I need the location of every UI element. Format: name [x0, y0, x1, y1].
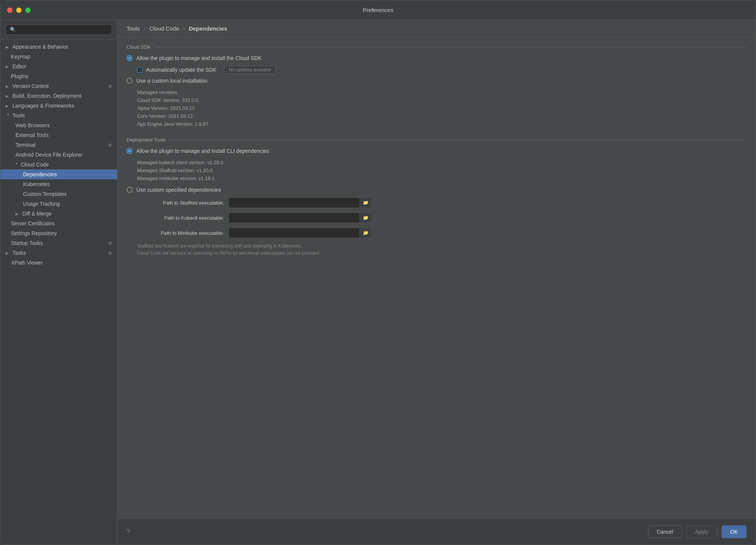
- sidebar-item-cloud-code[interactable]: ▾ Cloud Code: [0, 160, 117, 169]
- preferences-window: Preferences ▶ Appearance & Behavior Keym…: [0, 0, 756, 545]
- breadcrumb-cloud-code: Cloud Code: [149, 25, 179, 32]
- sidebar-item-editor[interactable]: ▶ Editor: [0, 62, 117, 71]
- breadcrumb-tools: Tools: [127, 25, 140, 32]
- path-minikube-label: Path to Minikube executable:: [137, 230, 224, 236]
- core-version: Core Version: 2021.03.12: [137, 112, 747, 120]
- sidebar-item-label: Android Device File Explorer: [15, 152, 82, 158]
- sidebar-item-label: External Tools: [15, 132, 49, 138]
- managed-skaffold: Managed Skaffold version: v1.20.0: [137, 166, 747, 174]
- sidebar-item-diff-merge[interactable]: ▶ Diff & Merge: [0, 209, 117, 219]
- sidebar-item-label: Kubernetes: [23, 181, 50, 187]
- allow-manage-cli-radio[interactable]: [127, 148, 133, 154]
- path-skaffold-input-wrapper: 📁: [228, 197, 372, 208]
- no-updates-button[interactable]: No updates available: [224, 66, 276, 74]
- sidebar-item-external-tools[interactable]: External Tools: [0, 130, 117, 140]
- allow-manage-sdk-label: Allow the plugin to manage and install t…: [136, 55, 262, 61]
- cloud-sdk-section: Cloud SDK Allow the plugin to manage and…: [127, 44, 747, 128]
- chevron-icon: ▶: [6, 251, 10, 255]
- chevron-icon: ▾: [14, 162, 19, 167]
- path-kubectl-row: Path to Kubectl executable: 📁: [137, 212, 747, 223]
- path-skaffold-input[interactable]: [229, 200, 359, 206]
- sidebar-item-startup-tasks[interactable]: Startup Tasks ⊞: [0, 238, 117, 248]
- chevron-icon: ▶: [6, 45, 10, 49]
- path-minikube-input[interactable]: [229, 230, 359, 236]
- breadcrumb-separator-1: ›: [143, 25, 147, 32]
- cancel-button[interactable]: Cancel: [648, 525, 682, 538]
- chevron-icon: ▶: [6, 65, 10, 69]
- alpha-version: Alpha Version: 2021.03.12: [137, 104, 747, 112]
- auto-update-checkbox[interactable]: [137, 67, 142, 72]
- use-custom-deps-radio[interactable]: [127, 187, 133, 193]
- chevron-icon: ▶: [15, 212, 20, 216]
- sidebar-item-android-device[interactable]: Android Device File Explorer: [0, 150, 117, 160]
- managed-minikube: Managed minikube version: v1.18.1: [137, 174, 747, 182]
- path-minikube-browse-button[interactable]: 📁: [359, 228, 372, 238]
- deployment-tools-title: Deployment Tools: [127, 137, 165, 143]
- path-skaffold-browse-button[interactable]: 📁: [359, 198, 372, 208]
- sidebar-item-label: Appearance & Behavior: [12, 44, 68, 50]
- sidebar-item-tasks[interactable]: ▶ Tasks ⊞: [0, 248, 117, 258]
- help-button[interactable]: ?: [127, 528, 130, 535]
- sidebar-item-label: Terminal: [15, 142, 35, 148]
- path-kubectl-browse-button[interactable]: 📁: [359, 213, 372, 223]
- use-custom-deps-label: Use custom specified dependencies: [136, 187, 221, 193]
- minimize-button[interactable]: [16, 8, 22, 13]
- path-kubectl-label: Path to Kubectl executable:: [137, 215, 224, 221]
- chevron-icon: ▶: [6, 104, 10, 108]
- folder-icon: 📁: [363, 200, 369, 205]
- sidebar-item-web-browsers[interactable]: Web Browsers: [0, 120, 117, 130]
- folder-icon: 📁: [363, 230, 369, 236]
- sidebar-item-label: Editor: [12, 63, 26, 69]
- main-content: ▶ Appearance & Behavior Keymap ▶ Editor …: [0, 20, 756, 545]
- sidebar-item-xpath-viewer[interactable]: XPath Viewer: [0, 258, 117, 268]
- sidebar-item-terminal[interactable]: Terminal ⊞: [0, 140, 117, 150]
- sidebar-item-keymap[interactable]: Keymap: [0, 52, 117, 62]
- allow-manage-cli-label: Allow the plugin to manage and install C…: [136, 148, 269, 154]
- badge-icon: ⊞: [108, 84, 112, 89]
- ok-button[interactable]: OK: [722, 525, 747, 538]
- sidebar-item-label: Version Control: [12, 83, 49, 89]
- apply-button[interactable]: Apply: [687, 525, 717, 538]
- sidebar-item-label: Settings Repository: [11, 230, 57, 236]
- use-custom-install-row: Use a custom local installation: [127, 78, 747, 84]
- sidebar-item-version-control[interactable]: ▶ Version Control ⊞: [0, 81, 117, 91]
- allow-manage-cli-row: Allow the plugin to manage and install C…: [127, 148, 747, 154]
- chevron-icon: ▶: [6, 94, 10, 98]
- note-line-2: Cloud Code will fall back to searching o…: [137, 250, 747, 257]
- sidebar-item-appearance[interactable]: ▶ Appearance & Behavior: [0, 42, 117, 52]
- sidebar-item-plugins[interactable]: Plugins: [0, 71, 117, 81]
- sidebar-item-tools[interactable]: ▾ Tools: [0, 111, 117, 120]
- sidebar-item-label: Languages & Frameworks: [12, 103, 74, 109]
- sidebar: ▶ Appearance & Behavior Keymap ▶ Editor …: [0, 20, 117, 545]
- deployment-tools-header: Deployment Tools: [127, 137, 747, 143]
- sidebar-item-build[interactable]: ▶ Build, Execution, Deployment: [0, 91, 117, 101]
- sidebar-item-custom-templates[interactable]: Custom Templates: [0, 189, 117, 199]
- sidebar-item-dependencies[interactable]: Dependencies: [0, 169, 117, 179]
- sidebar-item-languages[interactable]: ▶ Languages & Frameworks: [0, 101, 117, 111]
- sidebar-item-label: Plugins: [11, 73, 28, 79]
- managed-versions-label: Managed versions: [137, 88, 747, 96]
- allow-manage-sdk-radio[interactable]: [127, 55, 133, 61]
- sidebar-item-server-certificates[interactable]: Server Certificates: [0, 219, 117, 228]
- sidebar-item-kubernetes[interactable]: Kubernetes: [0, 179, 117, 189]
- cloud-sdk-title: Cloud SDK: [127, 44, 151, 50]
- path-skaffold-row: Path to Skaffold executable: 📁: [137, 197, 747, 208]
- breadcrumb-dependencies: Dependencies: [189, 25, 227, 32]
- managed-versions: Managed versions Cloud SDK Version: 332.…: [137, 88, 747, 128]
- maximize-button[interactable]: [25, 8, 31, 13]
- app-engine-version: App Engine Java Version: 1.9.87: [137, 120, 747, 128]
- path-skaffold-label: Path to Skaffold executable:: [137, 200, 224, 206]
- sidebar-item-label: Keymap: [11, 54, 30, 60]
- sidebar-item-settings-repository[interactable]: Settings Repository: [0, 228, 117, 238]
- close-button[interactable]: [7, 8, 12, 13]
- sidebar-item-usage-tracking[interactable]: Usage Tracking: [0, 199, 117, 209]
- path-kubectl-input[interactable]: [229, 215, 359, 221]
- use-custom-install-radio[interactable]: [127, 78, 133, 84]
- chevron-icon: ▶: [6, 84, 10, 88]
- sidebar-item-label: Dependencies: [23, 171, 57, 177]
- sidebar-item-label: Build, Execution, Deployment: [12, 93, 82, 99]
- badge-icon: ⊞: [108, 143, 112, 148]
- search-input[interactable]: [6, 25, 112, 35]
- sidebar-item-label: Diff & Merge: [22, 211, 52, 217]
- sidebar-item-label: Startup Tasks: [11, 240, 43, 246]
